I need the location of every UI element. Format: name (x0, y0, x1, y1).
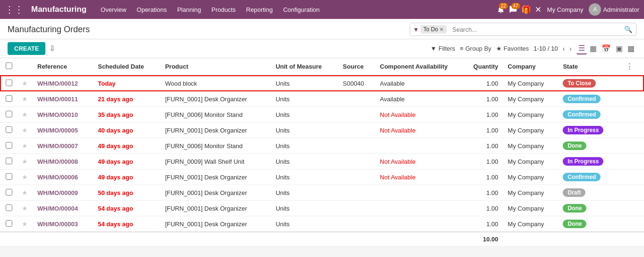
row-star-cell[interactable]: ★ (17, 138, 33, 154)
table-row[interactable]: ★ WH/MO/00006 49 days ago [FURN_0001] De… (0, 169, 644, 185)
row-checkbox-cell[interactable] (0, 91, 17, 107)
row-checkbox[interactable] (6, 80, 12, 86)
row-checkbox[interactable] (6, 126, 12, 133)
search-input[interactable] (449, 24, 620, 35)
company-label[interactable]: My Company (547, 6, 584, 13)
table-row[interactable]: ★ WH/MO/00005 40 days ago [FURN_0001] De… (0, 123, 644, 138)
gift-icon[interactable]: 🎁 (521, 5, 531, 15)
row-reference[interactable]: WH/MO/00012 (33, 75, 93, 91)
close-icon[interactable]: ✕ (535, 5, 541, 15)
header-scheduled-date[interactable]: Scheduled Date (93, 58, 160, 75)
row-star-cell[interactable]: ★ (17, 91, 33, 107)
row-star-cell[interactable]: ★ (17, 185, 33, 201)
row-checkbox-cell[interactable] (0, 138, 17, 154)
row-reference[interactable]: WH/MO/00005 (33, 123, 93, 138)
row-checkbox-cell[interactable] (0, 216, 17, 232)
header-source[interactable]: Source (338, 58, 375, 75)
row-star-cell[interactable]: ★ (17, 75, 33, 91)
favorite-star-icon[interactable]: ★ (22, 142, 28, 150)
row-checkbox[interactable] (6, 204, 12, 211)
nav-reporting[interactable]: Reporting (241, 3, 277, 16)
favorite-star-icon[interactable]: ★ (22, 189, 28, 196)
header-product[interactable]: Product (160, 58, 271, 75)
download-button[interactable]: ⇩ (49, 44, 55, 53)
kanban-view-button[interactable]: ▦ (588, 43, 599, 54)
row-checkbox[interactable] (6, 220, 12, 227)
grid-menu-icon[interactable]: ⋮⋮ (5, 4, 24, 15)
row-star-cell[interactable]: ★ (17, 169, 33, 185)
prev-page-button[interactable]: ‹ (563, 45, 565, 53)
filter-tag[interactable]: To Do ✕ (421, 25, 447, 34)
header-quantity[interactable]: Quantity (469, 58, 503, 75)
filters-action[interactable]: ▼ Filters (430, 45, 455, 52)
row-star-cell[interactable]: ★ (17, 201, 33, 216)
favorite-star-icon[interactable]: ★ (22, 204, 28, 212)
row-reference[interactable]: WH/MO/00008 (33, 154, 93, 169)
row-reference[interactable]: WH/MO/00007 (33, 138, 93, 154)
search-icon[interactable]: 🔍 (620, 24, 636, 35)
select-all-checkbox[interactable] (6, 62, 12, 69)
favorite-star-icon[interactable]: ★ (22, 158, 28, 165)
row-reference[interactable]: WH/MO/00009 (33, 185, 93, 201)
row-checkbox[interactable] (6, 173, 12, 180)
header-availability[interactable]: Component Availability (375, 58, 469, 75)
row-checkbox[interactable] (6, 142, 12, 149)
activity-icon[interactable]: 22 (497, 5, 505, 14)
row-star-cell[interactable]: ★ (17, 107, 33, 123)
pivot-view-button[interactable]: ▣ (614, 43, 625, 54)
header-checkbox-cell[interactable] (0, 58, 17, 75)
create-button[interactable]: CREATE (8, 42, 45, 55)
row-checkbox-cell[interactable] (0, 107, 17, 123)
favorite-star-icon[interactable]: ★ (22, 80, 28, 87)
table-row[interactable]: ★ WH/MO/00012 Today Wood block Units S00… (0, 75, 644, 91)
messages-icon[interactable]: 47 (509, 5, 517, 14)
header-company[interactable]: Company (503, 58, 558, 75)
nav-configuration[interactable]: Configuration (278, 3, 324, 16)
groupby-action[interactable]: ≡ Group By (460, 45, 491, 52)
admin-label[interactable]: A Administrator (589, 3, 639, 16)
row-star-cell[interactable]: ★ (17, 123, 33, 138)
table-row[interactable]: ★ WH/MO/00011 21 days ago [FURN_0001] De… (0, 91, 644, 107)
next-page-button[interactable]: › (569, 45, 572, 53)
favorite-star-icon[interactable]: ★ (22, 95, 28, 103)
filter-remove-icon[interactable]: ✕ (439, 27, 444, 33)
nav-products[interactable]: Products (207, 3, 240, 16)
favorite-star-icon[interactable]: ★ (22, 111, 28, 118)
favorite-star-icon[interactable]: ★ (22, 173, 28, 181)
header-state[interactable]: State (558, 58, 618, 75)
table-row[interactable]: ★ WH/MO/00008 49 days ago [FURN_0009] Wa… (0, 154, 644, 169)
table-row[interactable]: ★ WH/MO/00010 35 days ago [FURN_0006] Mo… (0, 107, 644, 123)
row-checkbox-cell[interactable] (0, 123, 17, 138)
row-reference[interactable]: WH/MO/00004 (33, 201, 93, 216)
row-star-cell[interactable]: ★ (17, 154, 33, 169)
header-uom[interactable]: Unit of Measure (271, 58, 338, 75)
row-checkbox[interactable] (6, 95, 12, 102)
header-reference[interactable]: Reference (33, 58, 93, 75)
nav-planning[interactable]: Planning (172, 3, 206, 16)
row-checkbox-cell[interactable] (0, 185, 17, 201)
table-row[interactable]: ★ WH/MO/00009 50 days ago [FURN_0001] De… (0, 185, 644, 201)
row-reference[interactable]: WH/MO/00003 (33, 216, 93, 232)
row-reference[interactable]: WH/MO/00006 (33, 169, 93, 185)
row-checkbox-cell[interactable] (0, 169, 17, 185)
row-star-cell[interactable]: ★ (17, 216, 33, 232)
favorite-star-icon[interactable]: ★ (22, 220, 28, 228)
row-reference[interactable]: WH/MO/00011 (33, 91, 93, 107)
row-reference[interactable]: WH/MO/00010 (33, 107, 93, 123)
nav-overview[interactable]: Overview (96, 3, 131, 16)
table-row[interactable]: ★ WH/MO/00003 54 days ago [FURN_0001] De… (0, 216, 644, 232)
favorite-star-icon[interactable]: ★ (22, 126, 28, 134)
favorites-action[interactable]: ★ Favorites (496, 45, 529, 52)
table-row[interactable]: ★ WH/MO/00004 54 days ago [FURN_0001] De… (0, 201, 644, 216)
row-checkbox-cell[interactable] (0, 154, 17, 169)
list-view-button[interactable]: ☰ (576, 43, 587, 54)
row-checkbox[interactable] (6, 158, 12, 164)
calendar-view-button[interactable]: 📅 (600, 43, 613, 54)
row-checkbox-cell[interactable] (0, 75, 17, 91)
table-row[interactable]: ★ WH/MO/00007 49 days ago [FURN_0006] Mo… (0, 138, 644, 154)
row-checkbox-cell[interactable] (0, 201, 17, 216)
nav-operations[interactable]: Operations (132, 3, 172, 16)
row-checkbox[interactable] (6, 189, 12, 195)
header-col-menu[interactable]: ⋮ (619, 58, 644, 75)
row-checkbox[interactable] (6, 111, 12, 117)
